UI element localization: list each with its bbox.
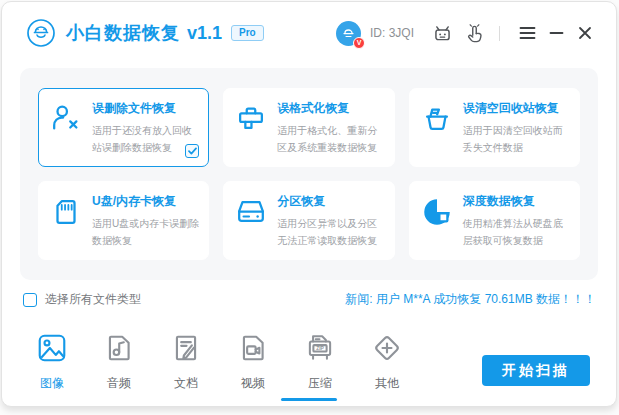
filetype-label: 图像 bbox=[29, 375, 75, 392]
card-usb-sdcard-recovery[interactable]: U盘/内存卡恢复 适用U盘或内存卡误删除数据恢复 bbox=[38, 181, 209, 260]
pro-badge: Pro bbox=[231, 25, 264, 41]
recovery-modes-panel: 误删除文件恢复 适用于还没有放入回收站误删除数据恢复 误格式化恢复 bbox=[20, 68, 598, 280]
select-all-file-types[interactable]: 选择所有文件类型 bbox=[23, 291, 141, 308]
other-plus-icon bbox=[364, 331, 410, 365]
filetype-document[interactable]: 文档 bbox=[163, 331, 209, 392]
minimize-button[interactable] bbox=[545, 22, 567, 44]
card-recycle-bin-recovery[interactable]: 误清空回收站恢复 适用于因清空回收站而丢失文件数据 bbox=[409, 88, 580, 167]
card-deleted-file-recovery[interactable]: 误删除文件恢复 适用于还没有放入回收站误删除数据恢复 bbox=[38, 88, 209, 167]
recycle-bin-icon bbox=[420, 100, 454, 156]
svg-text:ZIP: ZIP bbox=[316, 346, 324, 351]
start-scan-button[interactable]: 开始扫描 bbox=[482, 355, 590, 386]
filetype-label: 文档 bbox=[163, 375, 209, 392]
bottom-accent-line bbox=[281, 398, 337, 401]
select-all-label: 选择所有文件类型 bbox=[45, 291, 141, 308]
filetype-image[interactable]: 图像 bbox=[29, 331, 75, 392]
card-desc: 适用于还没有放入回收站误删除数据恢复 bbox=[92, 122, 200, 156]
app-title: 小白数据恢复 bbox=[66, 21, 180, 45]
filetype-other[interactable]: 其他 bbox=[364, 331, 410, 392]
card-title: 误清空回收站恢复 bbox=[463, 100, 571, 117]
hand-click-icon[interactable] bbox=[462, 21, 486, 45]
card-desc: 适用分区异常以及分区无法正常读取数据恢复 bbox=[277, 215, 385, 249]
card-format-recovery[interactable]: 误格式化恢复 适用于格式化、重新分区及系统重装数据恢复 bbox=[223, 88, 394, 167]
filetype-label: 其他 bbox=[364, 375, 410, 392]
filetype-archive[interactable]: ZIP 压缩 bbox=[297, 331, 343, 392]
card-checkbox-checked[interactable] bbox=[185, 144, 199, 158]
zip-file-icon: ZIP bbox=[297, 331, 343, 365]
close-button[interactable] bbox=[574, 22, 596, 44]
hard-drive-icon bbox=[234, 193, 268, 249]
card-deep-recovery[interactable]: 深度数据恢复 使用精准算法从硬盘底层获取可恢复数据 bbox=[409, 181, 580, 260]
document-file-icon bbox=[163, 331, 209, 365]
filetype-audio[interactable]: 音频 bbox=[96, 331, 142, 392]
filetype-video[interactable]: 视频 bbox=[230, 331, 276, 392]
video-file-icon bbox=[230, 331, 276, 365]
app-version: v1.1 bbox=[187, 23, 222, 44]
format-brush-icon bbox=[234, 100, 268, 156]
vip-badge: V bbox=[353, 37, 365, 49]
card-partition-recovery[interactable]: 分区恢复 适用分区异常以及分区无法正常读取数据恢复 bbox=[223, 181, 394, 260]
menu-button[interactable] bbox=[516, 22, 538, 44]
user-id-label: ID: 3JQI bbox=[370, 26, 414, 40]
card-title: 误删除文件恢复 bbox=[92, 100, 200, 117]
card-desc: 适用于格式化、重新分区及系统重装数据恢复 bbox=[277, 122, 385, 156]
title-bar: 小白数据恢复 v1.1 Pro V ID: 3JQI bbox=[2, 2, 616, 64]
deep-scan-icon bbox=[420, 193, 454, 249]
card-desc: 适用于因清空回收站而丢失文件数据 bbox=[463, 122, 571, 156]
card-title: 深度数据恢复 bbox=[463, 193, 571, 210]
card-title: 分区恢复 bbox=[277, 193, 385, 210]
news-ticker: 新闻: 用户 M**A 成功恢复 70.61MB 数据！！！ bbox=[345, 291, 596, 308]
card-title: 误格式化恢复 bbox=[277, 100, 385, 117]
image-file-icon bbox=[29, 331, 75, 365]
filetype-label: 视频 bbox=[230, 375, 276, 392]
card-desc: 适用U盘或内存卡误删除数据恢复 bbox=[92, 215, 200, 249]
filetype-label: 音频 bbox=[96, 375, 142, 392]
card-title: U盘/内存卡恢复 bbox=[92, 193, 200, 210]
app-window: 小白数据恢复 v1.1 Pro V ID: 3JQI bbox=[1, 1, 617, 407]
titlebar-divider bbox=[499, 26, 500, 41]
app-logo-icon bbox=[26, 18, 56, 48]
card-desc: 使用精准算法从硬盘底层获取可恢复数据 bbox=[463, 215, 571, 249]
audio-file-icon bbox=[96, 331, 142, 365]
user-avatar[interactable]: V bbox=[336, 21, 361, 46]
select-all-checkbox[interactable] bbox=[23, 293, 37, 307]
robot-assistant-icon[interactable] bbox=[430, 21, 454, 45]
user-x-icon bbox=[49, 100, 83, 156]
sd-card-icon bbox=[49, 193, 83, 249]
filetype-label: 压缩 bbox=[297, 375, 343, 392]
